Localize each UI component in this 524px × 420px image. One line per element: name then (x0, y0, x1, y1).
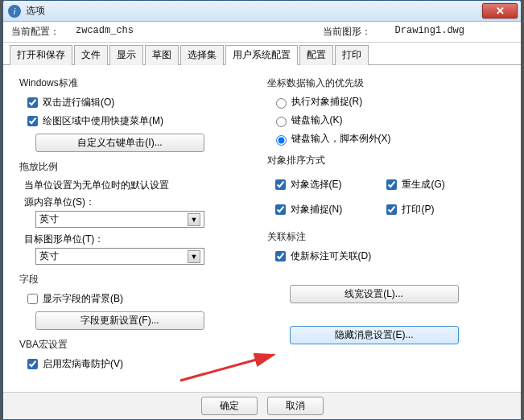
group-drag-scale: 拖放比例 当单位设置为无单位时的默认设置 源内容单位(S)： 英寸 ▼ 目标图形… (19, 160, 258, 265)
chevron-down-icon: ▼ (188, 250, 200, 263)
group-title: Windows标准 (19, 76, 258, 90)
drag-scale-desc: 当单位设置为无单位时的默认设置 (24, 179, 258, 192)
radio-label: 执行对象捕捉(R) (291, 95, 363, 109)
chk-label: 重生成(G) (402, 178, 444, 191)
window-title: 选项 (26, 4, 45, 18)
source-units-label: 源内容单位(S)： (24, 196, 258, 209)
chk-sort-print[interactable] (386, 204, 397, 215)
tabs-bar: 打开和保存文件显示草图选择集用户系统配置配置打印 (3, 44, 521, 65)
select-source-units[interactable]: 英寸 ▼ (35, 211, 204, 228)
group-object-sort: 对象排序方式 对象选择(E) 重生成(G) 对象捕捉(N) 打印(P) (267, 154, 505, 222)
group-title: 对象排序方式 (267, 154, 505, 167)
group-coord-priority: 坐标数据输入的优先级 执行对象捕捉(R) 键盘输入(K) 键盘输入，脚本例外(X… (267, 76, 505, 146)
close-button[interactable]: ✕ (482, 3, 518, 19)
chk-label: 使新标注可关联(D) (291, 249, 372, 263)
titlebar: i 选项 ✕ (3, 1, 521, 22)
tab-0[interactable]: 打开和保存 (10, 45, 72, 65)
current-drawing-label: 当前图形： (323, 25, 395, 39)
radio-osnap[interactable] (276, 98, 287, 109)
radio-label: 键盘输入(K) (291, 113, 343, 127)
target-units-label: 目标图形单位(T)： (24, 233, 258, 246)
btn-hidden-message-settings[interactable]: 隐藏消息设置(E)... (290, 326, 459, 344)
tab-3[interactable]: 草图 (145, 45, 179, 65)
group-fields: 字段 显示字段的背景(B) 字段更新设置(F)... (19, 273, 258, 330)
group-windows-standard: Windows标准 双击进行编辑(O) 绘图区域中使用快捷菜单(M) 自定义右键… (19, 76, 258, 152)
current-profile-label: 当前配置： (11, 25, 76, 39)
group-title: 坐标数据输入的优先级 (267, 76, 505, 90)
radio-label: 键盘输入，脚本例外(X) (291, 132, 391, 146)
tab-5[interactable]: 用户系统配置 (225, 45, 298, 65)
group-title: 拖放比例 (19, 160, 258, 174)
btn-right-click-customize[interactable]: 自定义右键单击(I)... (35, 134, 204, 152)
chk-label: 对象选择(E) (291, 178, 342, 191)
app-icon: i (8, 5, 21, 18)
current-drawing-value: Drawing1.dwg (395, 25, 464, 39)
select-target-units[interactable]: 英寸 ▼ (35, 248, 204, 265)
chk-sort-osnap[interactable] (275, 204, 286, 215)
chk-label: 对象捕捉(N) (291, 203, 343, 216)
tab-6[interactable]: 配置 (299, 45, 333, 65)
chk-label: 打印(P) (402, 203, 434, 216)
options-dialog: i 选项 ✕ 当前配置： zwcadm_chs 当前图形： Drawing1.d… (2, 0, 522, 420)
group-title: 关联标注 (267, 230, 505, 244)
profile-info-row: 当前配置： zwcadm_chs 当前图形： Drawing1.dwg (3, 22, 521, 43)
tab-2[interactable]: 显示 (109, 45, 143, 65)
chk-label: 绘图区域中使用快捷菜单(M) (43, 114, 163, 128)
chk-sort-regen[interactable] (386, 179, 397, 190)
tab-1[interactable]: 文件 (74, 45, 108, 65)
group-vba-macro: VBA宏设置 启用宏病毒防护(V) (19, 338, 258, 372)
cancel-button[interactable]: 取消 (267, 397, 324, 415)
content-area: Windows标准 双击进行编辑(O) 绘图区域中使用快捷菜单(M) 自定义右键… (3, 65, 521, 380)
chk-shortcut-menu[interactable] (27, 116, 38, 126)
chk-sort-select[interactable] (275, 179, 286, 190)
tab-4[interactable]: 选择集 (180, 45, 224, 65)
radio-keyboard[interactable] (276, 117, 287, 127)
tab-7[interactable]: 打印 (335, 45, 369, 65)
chk-field-background[interactable] (27, 294, 38, 304)
chk-label: 启用宏病毒防护(V) (43, 357, 123, 371)
group-assoc-dim: 关联标注 使新标注可关联(D) (267, 230, 505, 264)
chk-double-click-edit[interactable] (27, 97, 38, 108)
right-column: 坐标数据输入的优先级 执行对象捕捉(R) 键盘输入(K) 键盘输入，脚本例外(X… (262, 72, 510, 380)
chk-label: 双击进行编辑(O) (43, 96, 114, 109)
chk-enable-virus-protect[interactable] (27, 359, 38, 369)
select-value: 英寸 (39, 249, 59, 263)
group-title: 字段 (19, 273, 258, 286)
btn-field-update-settings[interactable]: 字段更新设置(F)... (35, 311, 204, 330)
group-title: VBA宏设置 (19, 338, 258, 352)
select-value: 英寸 (39, 212, 59, 226)
dialog-footer: 确定 取消 (3, 392, 521, 419)
ok-button[interactable]: 确定 (201, 397, 258, 415)
left-column: Windows标准 双击进行编辑(O) 绘图区域中使用快捷菜单(M) 自定义右键… (14, 72, 262, 380)
chk-assoc-dim[interactable] (275, 251, 286, 261)
chk-label: 显示字段的背景(B) (43, 292, 123, 306)
current-profile-value: zwcadm_chs (76, 25, 134, 39)
chevron-down-icon: ▼ (188, 213, 200, 226)
btn-lineweight-settings[interactable]: 线宽设置(L)... (290, 285, 459, 303)
radio-keyboard-except-script[interactable] (276, 135, 287, 146)
